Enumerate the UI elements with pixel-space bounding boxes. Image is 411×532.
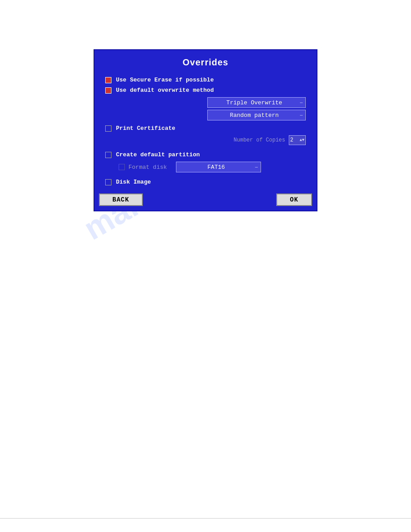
- copies-input[interactable]: 2 ▲▼: [289, 135, 306, 145]
- pattern-row: Random pattern —: [105, 110, 306, 120]
- print-certificate-label: Print Certificate: [116, 125, 176, 132]
- pattern-dropdown[interactable]: Random pattern —: [207, 110, 306, 120]
- back-button[interactable]: BACK: [99, 193, 143, 206]
- overwrite-method-dropdown[interactable]: Triple Overwrite —: [207, 97, 306, 108]
- format-disk-checkbox[interactable]: [119, 164, 125, 170]
- print-certificate-row[interactable]: Print Certificate: [105, 125, 306, 132]
- use-default-overwrite-checkbox[interactable]: [105, 87, 111, 94]
- use-secure-erase-label: Use Secure Erase if possible: [116, 77, 214, 83]
- overwrite-method-value: Triple Overwrite: [210, 99, 298, 106]
- overwrite-method-arrow: —: [300, 100, 303, 105]
- overrides-dialog: Overrides Use Secure Erase if possible U…: [94, 49, 317, 211]
- copies-row: Number of Copies 2 ▲▼: [105, 135, 306, 145]
- print-certificate-checkbox[interactable]: [105, 125, 111, 132]
- page-content: Overrides Use Secure Erase if possible U…: [0, 0, 411, 211]
- use-secure-erase-checkbox[interactable]: [105, 77, 111, 83]
- create-partition-row[interactable]: Create default partition: [105, 151, 306, 158]
- dialog-body: Use Secure Erase if possible Use default…: [94, 74, 317, 185]
- create-partition-checkbox[interactable]: [105, 152, 111, 158]
- format-arrow: —: [255, 165, 258, 170]
- copies-value: 2: [290, 137, 293, 143]
- pattern-value: Random pattern: [210, 112, 298, 119]
- copies-spinner[interactable]: ▲▼: [300, 138, 304, 142]
- copies-label: Number of Copies: [234, 137, 285, 143]
- disk-image-label: Disk Image: [116, 179, 151, 185]
- use-default-overwrite-label: Use default overwrite method: [116, 87, 214, 94]
- disk-image-checkbox[interactable]: [105, 179, 111, 185]
- overwrite-method-row: Triple Overwrite —: [105, 97, 306, 108]
- disk-image-row[interactable]: Disk Image: [105, 179, 306, 185]
- create-partition-label: Create default partition: [116, 151, 200, 158]
- use-default-overwrite-row[interactable]: Use default overwrite method: [105, 87, 306, 94]
- pattern-arrow: —: [300, 113, 303, 118]
- bottom-rule: [0, 518, 411, 519]
- dialog-title: Overrides: [94, 50, 317, 74]
- format-disk-label: Format disk: [128, 164, 167, 171]
- format-value: FAT16: [179, 164, 253, 171]
- format-dropdown[interactable]: FAT16 —: [176, 162, 261, 172]
- ok-button[interactable]: OK: [276, 193, 312, 206]
- use-secure-erase-row[interactable]: Use Secure Erase if possible: [105, 77, 306, 83]
- format-disk-row: Format disk FAT16 —: [105, 162, 306, 172]
- dialog-footer: BACK OK: [94, 189, 317, 210]
